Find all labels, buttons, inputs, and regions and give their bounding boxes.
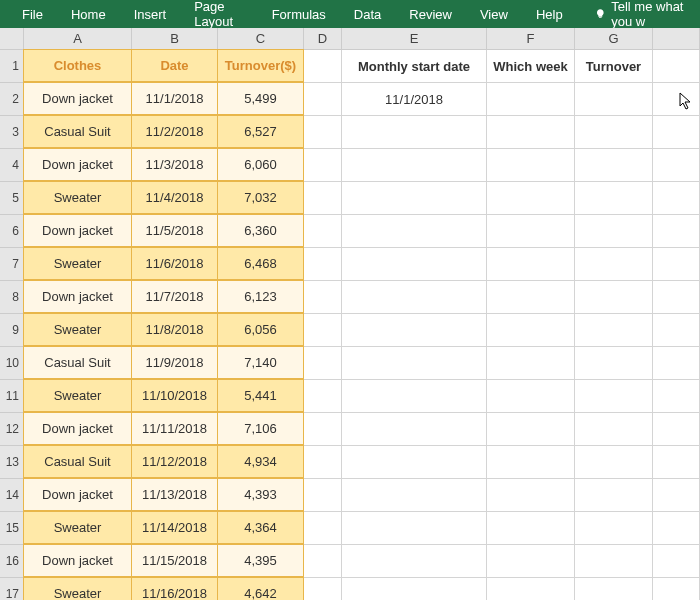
cell-D15[interactable] <box>304 512 342 545</box>
cell-H11[interactable] <box>653 380 700 413</box>
cell-E2[interactable]: 11/1/2018 <box>342 83 487 116</box>
row-header-5[interactable]: 5 <box>0 182 24 215</box>
cell-D6[interactable] <box>304 215 342 248</box>
cell-A11[interactable]: Sweater <box>23 379 132 412</box>
row-header-6[interactable]: 6 <box>0 215 24 248</box>
cell-F16[interactable] <box>487 545 575 578</box>
cell-G1[interactable]: Turnover <box>575 50 653 83</box>
cell-E7[interactable] <box>342 248 487 281</box>
cell-C5[interactable]: 7,032 <box>217 181 304 214</box>
row-header-8[interactable]: 8 <box>0 281 24 314</box>
cell-E16[interactable] <box>342 545 487 578</box>
cell-E3[interactable] <box>342 116 487 149</box>
cell-B2[interactable]: 11/1/2018 <box>131 82 218 115</box>
cell-D16[interactable] <box>304 545 342 578</box>
cell-C15[interactable]: 4,364 <box>217 511 304 544</box>
cell-F4[interactable] <box>487 149 575 182</box>
row-header-11[interactable]: 11 <box>0 380 24 413</box>
row-header-10[interactable]: 10 <box>0 347 24 380</box>
cell-D14[interactable] <box>304 479 342 512</box>
cell-B8[interactable]: 11/7/2018 <box>131 280 218 313</box>
cell-H13[interactable] <box>653 446 700 479</box>
cell-A12[interactable]: Down jacket <box>23 412 132 445</box>
cell-E11[interactable] <box>342 380 487 413</box>
cell-A17[interactable]: Sweater <box>23 577 132 600</box>
ribbon-tab-home[interactable]: Home <box>57 0 120 28</box>
cell-C6[interactable]: 6,360 <box>217 214 304 247</box>
cell-D2[interactable] <box>304 83 342 116</box>
cell-C7[interactable]: 6,468 <box>217 247 304 280</box>
cell-H1[interactable] <box>653 50 700 83</box>
cell-G10[interactable] <box>575 347 653 380</box>
ribbon-tab-file[interactable]: File <box>8 0 57 28</box>
cell-C17[interactable]: 4,642 <box>217 577 304 600</box>
cell-C4[interactable]: 6,060 <box>217 148 304 181</box>
cell-D8[interactable] <box>304 281 342 314</box>
row-header-7[interactable]: 7 <box>0 248 24 281</box>
cell-C13[interactable]: 4,934 <box>217 445 304 478</box>
cell-A5[interactable]: Sweater <box>23 181 132 214</box>
cell-G16[interactable] <box>575 545 653 578</box>
ribbon-tab-formulas[interactable]: Formulas <box>258 0 340 28</box>
cell-G13[interactable] <box>575 446 653 479</box>
cell-G5[interactable] <box>575 182 653 215</box>
cell-E9[interactable] <box>342 314 487 347</box>
cell-F12[interactable] <box>487 413 575 446</box>
cell-A10[interactable]: Casual Suit <box>23 346 132 379</box>
cell-B13[interactable]: 11/12/2018 <box>131 445 218 478</box>
cell-B7[interactable]: 11/6/2018 <box>131 247 218 280</box>
cell-F9[interactable] <box>487 314 575 347</box>
cell-B11[interactable]: 11/10/2018 <box>131 379 218 412</box>
cell-B6[interactable]: 11/5/2018 <box>131 214 218 247</box>
cell-A2[interactable]: Down jacket <box>23 82 132 115</box>
cell-B17[interactable]: 11/16/2018 <box>131 577 218 600</box>
cell-E1[interactable]: Monthly start date <box>342 50 487 83</box>
ribbon-tab-review[interactable]: Review <box>395 0 466 28</box>
cell-G7[interactable] <box>575 248 653 281</box>
cell-A15[interactable]: Sweater <box>23 511 132 544</box>
cell-C1[interactable]: Turnover($) <box>217 49 304 82</box>
row-header-14[interactable]: 14 <box>0 479 24 512</box>
cell-D4[interactable] <box>304 149 342 182</box>
cell-E8[interactable] <box>342 281 487 314</box>
col-header-G[interactable]: G <box>575 28 653 50</box>
cell-D12[interactable] <box>304 413 342 446</box>
cell-A4[interactable]: Down jacket <box>23 148 132 181</box>
cell-A1[interactable]: Clothes <box>23 49 132 82</box>
cell-E13[interactable] <box>342 446 487 479</box>
cell-C8[interactable]: 6,123 <box>217 280 304 313</box>
cell-C10[interactable]: 7,140 <box>217 346 304 379</box>
cell-H3[interactable] <box>653 116 700 149</box>
cell-F14[interactable] <box>487 479 575 512</box>
cell-A16[interactable]: Down jacket <box>23 544 132 577</box>
cell-H5[interactable] <box>653 182 700 215</box>
cell-F17[interactable] <box>487 578 575 600</box>
cell-C16[interactable]: 4,395 <box>217 544 304 577</box>
cell-H10[interactable] <box>653 347 700 380</box>
cell-F15[interactable] <box>487 512 575 545</box>
cell-D3[interactable] <box>304 116 342 149</box>
cell-D9[interactable] <box>304 314 342 347</box>
cell-C11[interactable]: 5,441 <box>217 379 304 412</box>
row-header-17[interactable]: 17 <box>0 578 24 600</box>
row-header-3[interactable]: 3 <box>0 116 24 149</box>
cell-D17[interactable] <box>304 578 342 600</box>
cell-G3[interactable] <box>575 116 653 149</box>
cell-B10[interactable]: 11/9/2018 <box>131 346 218 379</box>
cell-H16[interactable] <box>653 545 700 578</box>
cell-E6[interactable] <box>342 215 487 248</box>
select-all-corner[interactable] <box>0 28 24 50</box>
cell-F5[interactable] <box>487 182 575 215</box>
cell-E15[interactable] <box>342 512 487 545</box>
cell-B14[interactable]: 11/13/2018 <box>131 478 218 511</box>
cell-H14[interactable] <box>653 479 700 512</box>
col-header-F[interactable]: F <box>487 28 575 50</box>
row-header-9[interactable]: 9 <box>0 314 24 347</box>
ribbon-tab-insert[interactable]: Insert <box>120 0 181 28</box>
cell-D1[interactable] <box>304 50 342 83</box>
cell-H15[interactable] <box>653 512 700 545</box>
cell-B16[interactable]: 11/15/2018 <box>131 544 218 577</box>
cell-F3[interactable] <box>487 116 575 149</box>
cell-F2[interactable] <box>487 83 575 116</box>
cell-C2[interactable]: 5,499 <box>217 82 304 115</box>
